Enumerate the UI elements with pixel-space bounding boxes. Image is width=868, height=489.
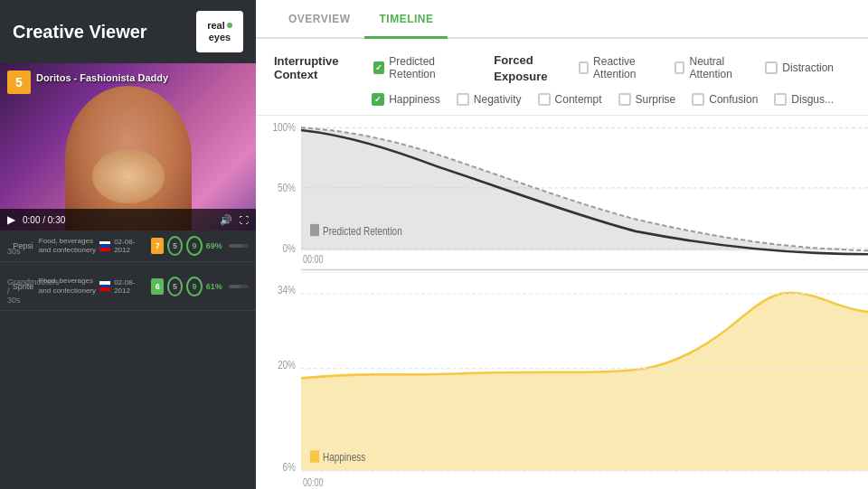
time-display: 0:00 / 0:30: [23, 215, 212, 225]
checkbox-contempt[interactable]: Contempt: [538, 93, 602, 106]
checkbox-distraction[interactable]: Distraction: [765, 61, 834, 74]
video-badge: 5: [7, 71, 31, 94]
checkbox-negativity-box[interactable]: [457, 93, 469, 106]
interruptive-label: Interruptive Context: [274, 54, 359, 81]
checkbox-neutral[interactable]: Neutral Attention: [675, 55, 749, 80]
svg-text:0%: 0%: [283, 240, 297, 254]
score-2: 5: [167, 277, 183, 296]
checkbox-reactive[interactable]: Reactive Attention: [579, 55, 658, 80]
checkbox-confusion-box[interactable]: [692, 93, 704, 106]
flag-russia: [99, 281, 110, 291]
svg-rect-15: [310, 450, 319, 462]
flag-russia: [99, 241, 110, 251]
checkbox-neutral-box[interactable]: [675, 61, 684, 74]
checkbox-disgust-box[interactable]: [774, 93, 787, 106]
video-area: 5 Doritos - Fashionista Daddy ▶ 0:00 / 0…: [0, 63, 256, 230]
play-button[interactable]: ▶: [7, 213, 15, 226]
score-2: 5: [167, 236, 183, 256]
svg-text:6%: 6%: [283, 460, 297, 474]
svg-rect-9: [310, 224, 319, 236]
checkbox-surprise[interactable]: Surprise: [618, 93, 676, 106]
checkbox-predicted-retention[interactable]: Predicted Retention: [373, 55, 459, 80]
logo-text-eyes: eyes: [209, 32, 231, 43]
logo-text-real: real: [207, 20, 225, 32]
checkbox-distraction-box[interactable]: [765, 61, 778, 74]
volume-button[interactable]: 🔊: [220, 214, 232, 226]
checkbox-happiness-box[interactable]: [372, 93, 384, 106]
logo-dot: [227, 23, 232, 28]
tab-overview[interactable]: OVERVIEW: [274, 0, 364, 39]
checkbox-confusion[interactable]: Confusion: [692, 93, 758, 106]
svg-text:34%: 34%: [278, 283, 296, 296]
svg-text:Predicted Retention: Predicted Retention: [323, 223, 402, 237]
checkbox-predicted-retention-box[interactable]: [373, 61, 384, 74]
table-rows: Surfing 2012 30s Pepsi Food, beverages a…: [0, 230, 256, 489]
video-controls: ▶ 0:00 / 0:30 🔊 ⛶: [0, 209, 256, 230]
filter-top-row: Interruptive Context Predicted Retention…: [274, 52, 850, 84]
svg-text:00:00: 00:00: [303, 252, 324, 265]
app-title: Creative Viewer: [13, 22, 196, 42]
sidebar: Creative Viewer real eyes 5 Doritos - Fa…: [0, 0, 256, 489]
tabs-bar: OVERVIEW TIMELINE: [256, 0, 868, 39]
checkbox-negativity[interactable]: Negativity: [457, 93, 522, 106]
svg-text:00:00: 00:00: [303, 476, 324, 489]
logo: real eyes: [196, 11, 243, 52]
checkbox-contempt-box[interactable]: [538, 93, 551, 106]
emotions-row: Happiness Negativity Contempt Surprise C…: [274, 93, 850, 106]
checkbox-reactive-box[interactable]: [579, 61, 589, 74]
score-1: 7: [151, 238, 163, 254]
video-label: Doritos - Fashionista Daddy: [36, 72, 168, 83]
score-3: 9: [186, 277, 202, 296]
score-3: 9: [186, 236, 202, 256]
score-1: 6: [151, 278, 163, 295]
filter-section: Interruptive Context Predicted Retention…: [256, 39, 868, 116]
checkbox-surprise-box[interactable]: [618, 93, 631, 106]
fullscreen-button[interactable]: ⛶: [240, 215, 249, 225]
forced-label: Forced Exposure: [494, 53, 547, 83]
tab-timeline[interactable]: TIMELINE: [364, 0, 448, 39]
chart-svg: 100% 50% 0% 00:00 Predicted Retention 34…: [256, 116, 868, 489]
sidebar-header: Creative Viewer real eyes: [0, 0, 256, 63]
chart-container: 100% 50% 0% 00:00 Predicted Retention 34…: [256, 116, 868, 489]
checkbox-happiness[interactable]: Happiness: [372, 93, 440, 106]
main-panel: OVERVIEW TIMELINE Interruptive Context P…: [256, 0, 868, 489]
checkbox-disgust[interactable]: Disgus...: [774, 93, 834, 106]
table-row[interactable]: Sprite - Buranovskie Grandmothers / 30s …: [0, 262, 256, 311]
svg-text:50%: 50%: [278, 180, 296, 193]
table-row[interactable]: Surfing 2012 30s Pepsi Food, beverages a…: [0, 230, 256, 262]
svg-text:100%: 100%: [272, 120, 296, 134]
svg-text:Happiness: Happiness: [323, 450, 365, 464]
video-thumbnail: [0, 63, 256, 230]
svg-text:20%: 20%: [278, 357, 296, 371]
